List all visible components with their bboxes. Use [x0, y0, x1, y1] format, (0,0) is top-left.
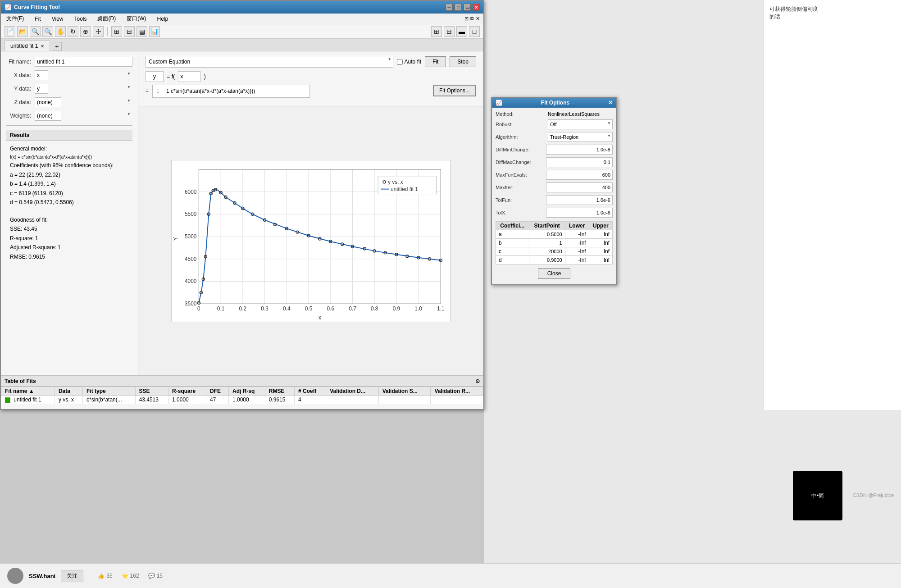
col-sse[interactable]: SSE [135, 387, 168, 396]
table-title: Table of Fits [5, 378, 36, 384]
stars-stat: ⭐ 162 [122, 573, 139, 579]
fo-upper-d: Inf [589, 256, 612, 264]
col-val-d[interactable]: Validation D... [326, 387, 378, 396]
menu-tools[interactable]: Tools [72, 15, 88, 23]
rotate-btn[interactable]: ↻ [68, 26, 78, 37]
tab-untitled-fit-1[interactable]: untitled fit 1 ✕ [5, 41, 50, 51]
view-full-btn[interactable]: □ [469, 26, 480, 37]
col-val-r[interactable]: Validation R... [431, 387, 483, 396]
zoom-out-btn[interactable]: 🔍 [42, 26, 53, 37]
stop-button[interactable]: Stop [450, 56, 476, 67]
col-data[interactable]: Data [55, 387, 82, 396]
axes-btn[interactable]: ⊟ [124, 26, 135, 37]
col-rsquare[interactable]: R-square [168, 387, 206, 396]
fo-maxfun-input[interactable] [546, 170, 613, 180]
col-adj-rsq[interactable]: Adj R-sq [228, 387, 265, 396]
collapse-icon[interactable]: ⊙ [475, 378, 480, 384]
toolbar-sep1 [107, 27, 108, 36]
weights-select[interactable]: (none) [35, 111, 61, 121]
fit-options-content: Method: NonlinearLeastSquares Robust: Of… [492, 108, 616, 284]
plot-btn[interactable]: 📊 [149, 26, 160, 37]
col-fit-name[interactable]: Fit name ▲ [1, 387, 55, 396]
fo-start-c[interactable] [529, 247, 565, 256]
weights-label: Weights: [6, 113, 31, 119]
fo-algorithm-select[interactable]: Trust-Region [548, 132, 613, 142]
menu-fit[interactable]: Fit [33, 15, 42, 23]
results-content: General model: f(x) = c*sin(b*atan(a*x-d… [6, 141, 132, 265]
fit-name-input[interactable] [35, 57, 132, 67]
view-h-btn[interactable]: ▬ [456, 26, 467, 37]
fit-options-button[interactable]: Fit Options... [433, 85, 476, 96]
fo-start-b[interactable] [529, 239, 565, 247]
menu-view[interactable]: View [50, 15, 65, 23]
eq-close-paren: ) [202, 73, 205, 80]
csdn-panel: 可获得轮胎侧偏刚度 的话 [764, 0, 901, 410]
r-square-value: R-square: 1 [10, 234, 129, 243]
x-data-select[interactable]: x [35, 70, 48, 80]
fo-coeff-d: d [496, 256, 529, 264]
fo-diffmax-input[interactable] [546, 157, 613, 167]
fo-start-d[interactable] [529, 256, 565, 264]
formula-box[interactable]: 1 1 c*sin(b*atan(a*x-d*(a*x-atan(a*x)))) [152, 85, 310, 98]
zoom-in-btn[interactable]: 🔍 [30, 26, 41, 37]
fo-start-a[interactable] [529, 230, 565, 239]
fit-name-row: Fit name: [6, 57, 132, 67]
equation-type-select[interactable]: Custom Equation [146, 56, 393, 68]
coeff-c: c = 6119 (6119, 6120) [10, 189, 129, 198]
tab-add-btn[interactable]: + [52, 42, 62, 51]
table-row[interactable]: untitled fit 1 y vs. x c*sin(b*atan(... … [1, 396, 483, 404]
x-data-row: X data: x [6, 70, 132, 80]
float-icon[interactable]: ⧉ [470, 16, 474, 22]
legend-btn[interactable]: ▤ [137, 26, 147, 37]
fo-robust-select[interactable]: Off [548, 119, 613, 129]
follow-button[interactable]: 关注 [61, 570, 83, 582]
grid-btn[interactable]: ⊞ [111, 26, 122, 37]
undock-icon[interactable]: ⊡ [464, 16, 469, 22]
panel-close-icon[interactable]: ✕ [476, 16, 480, 22]
y-variable-input[interactable] [146, 71, 164, 82]
menu-window[interactable]: 窗口(W) [125, 14, 148, 23]
fit-button[interactable]: Fit [425, 56, 446, 67]
tab-close-btn[interactable]: ✕ [41, 44, 44, 49]
fo-close-button[interactable]: Close [538, 268, 571, 279]
cursor-btn[interactable]: ⊕ [80, 26, 91, 37]
fit-options-close-btn[interactable]: ✕ [608, 100, 613, 106]
restore-btn[interactable]: ▭ [464, 4, 471, 11]
minimize-btn[interactable]: ─ [446, 4, 453, 11]
menu-file[interactable]: 文件(F) [5, 14, 26, 23]
x-variable-input[interactable] [178, 71, 200, 82]
close-btn[interactable]: ✕ [473, 4, 480, 11]
x-data-label: X data: [6, 72, 31, 78]
col-fit-type[interactable]: Fit type [83, 387, 136, 396]
likes-count: 35 [106, 573, 112, 579]
col-val-s[interactable]: Validation S... [378, 387, 431, 396]
view-split-btn[interactable]: ⊟ [444, 26, 455, 37]
coeff-b: b = 1.4 (1.399, 1.4) [10, 179, 129, 188]
maximize-btn[interactable]: □ [455, 4, 462, 11]
y-data-select[interactable]: y [35, 84, 48, 94]
auto-fit-checkbox[interactable] [397, 59, 403, 65]
row-rmse: 0.9615 [265, 396, 294, 404]
main-window: 📈 Curve Fitting Tool ─ □ ▭ ✕ 文件(F) Fit V… [0, 0, 484, 410]
fo-tolfun-input[interactable] [546, 195, 613, 205]
data-cursor-btn[interactable]: ☩ [93, 26, 104, 37]
fo-upper-c: Inf [589, 247, 612, 256]
z-data-select[interactable]: (none) [35, 97, 61, 107]
fo-tolx-input[interactable] [546, 208, 613, 218]
open-btn[interactable]: 📂 [17, 26, 28, 37]
fo-maxiter-input[interactable] [546, 182, 613, 192]
divider1 [6, 125, 132, 126]
col-dfe[interactable]: DFE [206, 387, 229, 396]
view-grid-btn[interactable]: ⊞ [431, 26, 442, 37]
col-rmse[interactable]: RMSE [265, 387, 294, 396]
fo-robust-row: Robust: Off [496, 119, 613, 129]
col-coeff[interactable]: # Coeff [295, 387, 326, 396]
csdn-text1: 可获得轮胎侧偏刚度 [769, 6, 818, 12]
new-btn[interactable]: 📄 [5, 26, 15, 37]
menu-desktop[interactable]: 桌面(D) [96, 14, 118, 23]
row-coeff: 4 [295, 396, 326, 404]
pan-btn[interactable]: ✋ [55, 26, 66, 37]
menu-help[interactable]: Help [155, 15, 170, 23]
fo-diffmin-row: DiffMinChange: [496, 145, 613, 155]
fo-diffmin-input[interactable] [546, 145, 613, 155]
